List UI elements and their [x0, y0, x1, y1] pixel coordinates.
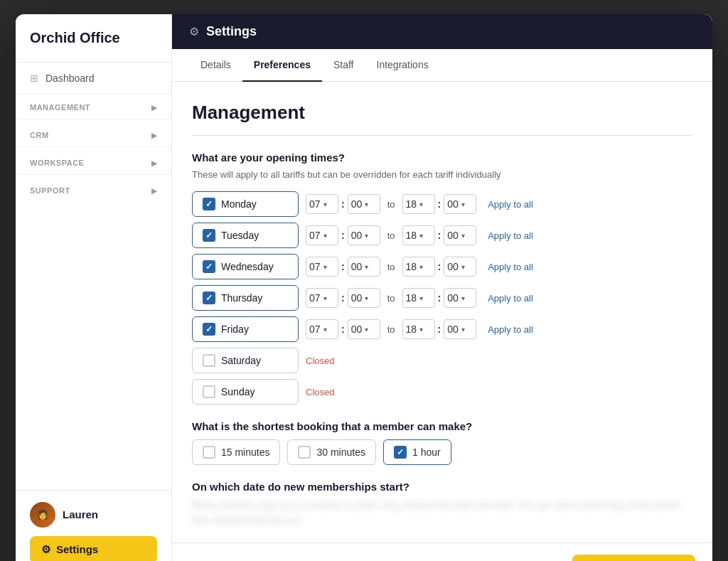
thursday-from-hour[interactable]: 07▾: [306, 288, 338, 308]
monday-to-min[interactable]: 00▾: [444, 194, 476, 214]
day-row-wednesday: Wednesday 07▾ : 00▾ to 18▾ : 00▾ Apply t…: [192, 254, 692, 279]
wednesday-checkbox[interactable]: [203, 260, 215, 273]
main-panel: ⚙ Settings Details Preferences Staff Int…: [172, 14, 712, 561]
tuesday-from-hour[interactable]: 07▾: [306, 225, 338, 245]
day-checkbox-friday[interactable]: Friday: [192, 316, 299, 342]
tuesday-to-hour[interactable]: 18▾: [402, 225, 435, 245]
tab-integrations[interactable]: Integrations: [365, 49, 440, 82]
friday-apply-all[interactable]: Apply to all: [488, 324, 533, 335]
opening-times-sublabel: These will apply to all tariffs but can …: [192, 169, 692, 180]
booking-option-1hour[interactable]: 1 hour: [383, 439, 451, 465]
tuesday-label: Tuesday: [221, 230, 259, 241]
username: Lauren: [63, 508, 98, 520]
monday-from-min[interactable]: 00▾: [348, 194, 380, 214]
day-checkbox-saturday[interactable]: Saturday: [192, 348, 299, 373]
support-arrow-icon: ▶: [151, 187, 158, 195]
monday-time-to: 18▾ : 00▾: [402, 194, 477, 214]
settings-button[interactable]: ⚙ Settings: [30, 536, 157, 561]
tuesday-checkbox[interactable]: [203, 229, 215, 242]
wednesday-apply-all[interactable]: Apply to all: [488, 262, 533, 272]
friday-to-hour[interactable]: 18▾: [402, 319, 435, 339]
chevron-down-icon: ▾: [365, 326, 368, 333]
tabs-bar: Details Preferences Staff Integrations: [172, 49, 712, 82]
save-changes-button[interactable]: Save Changes: [572, 555, 695, 561]
chevron-down-icon: ▾: [323, 326, 327, 333]
divider-1: [16, 119, 171, 119]
friday-to-min[interactable]: 00▾: [444, 319, 476, 339]
user-profile: 👩 Lauren: [30, 502, 157, 528]
day-checkbox-thursday[interactable]: Thursday: [192, 285, 299, 311]
wednesday-from-hour[interactable]: 07▾: [306, 257, 338, 277]
booking-option-30min[interactable]: 30 minutes: [287, 439, 375, 465]
sidebar-section-crm[interactable]: CRM ▶: [16, 122, 171, 144]
tuesday-apply-all[interactable]: Apply to all: [488, 230, 533, 241]
wednesday-to-min[interactable]: 00▾: [444, 257, 476, 277]
friday-time-to: 18▾ : 00▾: [402, 319, 477, 339]
thursday-to-hour[interactable]: 18▾: [402, 288, 435, 308]
tuesday-from-min[interactable]: 00▾: [348, 225, 380, 245]
crm-arrow-icon: ▶: [151, 132, 158, 139]
monday-checkbox[interactable]: [203, 198, 215, 210]
tuesday-to-label: to: [387, 230, 395, 241]
sidebar-section-workspace[interactable]: WORKSPACE ▶: [16, 150, 171, 171]
monday-to-label: to: [387, 199, 395, 210]
monday-to-hour[interactable]: 18▾: [402, 194, 435, 214]
monday-from-hour[interactable]: 07▾: [306, 194, 338, 214]
chevron-down-icon: ▾: [323, 294, 327, 302]
wednesday-time-from: 07▾ : 00▾: [306, 257, 380, 277]
30min-checkbox[interactable]: [298, 446, 311, 459]
saturday-checkbox[interactable]: [203, 354, 215, 367]
thursday-to-min[interactable]: 00▾: [444, 288, 476, 308]
app-name: Orchid Office: [30, 30, 120, 46]
friday-to-label: to: [387, 324, 395, 335]
booking-option-15min[interactable]: 15 minutes: [192, 439, 280, 465]
sidebar-section-support[interactable]: SUPPORT ▶: [16, 178, 171, 199]
membership-start-question: On which date do new memberships start?: [192, 481, 692, 493]
chevron-down-icon: ▾: [323, 263, 327, 271]
day-checkbox-monday[interactable]: Monday: [192, 191, 299, 217]
monday-apply-all[interactable]: Apply to all: [488, 199, 533, 210]
shortest-booking-question: What is the shortest booking that a memb…: [192, 420, 692, 432]
day-checkbox-sunday[interactable]: Sunday: [192, 379, 299, 405]
friday-checkbox[interactable]: [203, 323, 215, 336]
day-row-tuesday: Tuesday 07▾ : 00▾ to 18▾ : 00▾ Apply to …: [192, 223, 692, 248]
grid-icon: ⊞: [30, 73, 38, 84]
divider-3: [16, 174, 171, 175]
day-checkbox-wednesday[interactable]: Wednesday: [192, 254, 299, 279]
thursday-apply-all[interactable]: Apply to all: [488, 293, 533, 304]
thursday-from-min[interactable]: 00▾: [348, 288, 380, 308]
thursday-to-label: to: [387, 293, 395, 304]
tab-preferences[interactable]: Preferences: [242, 49, 322, 82]
chevron-down-icon: ▾: [461, 263, 465, 271]
saturday-closed: Closed: [306, 356, 334, 366]
sidebar-logo: Orchid Office: [16, 14, 171, 63]
tab-details[interactable]: Details: [189, 49, 242, 82]
dashboard-label: Dashboard: [46, 73, 95, 84]
15min-checkbox[interactable]: [203, 446, 215, 459]
friday-from-hour[interactable]: 07▾: [306, 319, 338, 339]
section-divider: [192, 135, 692, 136]
1hour-checkbox[interactable]: [394, 446, 407, 459]
tab-staff[interactable]: Staff: [322, 49, 365, 82]
wednesday-label: Wednesday: [221, 261, 274, 272]
friday-from-min[interactable]: 00▾: [348, 319, 380, 339]
chevron-down-icon: ▾: [461, 294, 465, 302]
day-checkbox-tuesday[interactable]: Tuesday: [192, 223, 299, 248]
workspace-arrow-icon: ▶: [151, 159, 158, 167]
sidebar-section-management[interactable]: MANAGEMENT ▶: [16, 95, 171, 116]
chevron-down-icon: ▾: [323, 201, 327, 208]
crm-label: CRM: [30, 131, 49, 139]
sunday-checkbox[interactable]: [203, 385, 215, 398]
sidebar-item-dashboard[interactable]: ⊞ Dashboard: [16, 63, 171, 95]
wednesday-from-min[interactable]: 00▾: [348, 257, 380, 277]
wednesday-to-hour[interactable]: 18▾: [402, 257, 435, 277]
support-label: SUPPORT: [30, 186, 70, 195]
thursday-checkbox[interactable]: [203, 292, 215, 304]
thursday-time-from: 07▾ : 00▾: [306, 288, 380, 308]
tuesday-to-min[interactable]: 00▾: [444, 225, 476, 245]
main-window: Orchid Office ⊞ Dashboard MANAGEMENT ▶ C…: [16, 14, 712, 561]
shortest-booking-section: What is the shortest booking that a memb…: [192, 420, 692, 465]
opening-times-question: What are your opening times?: [192, 151, 692, 164]
day-row-monday: Monday 07▾ : 00▾ to 18▾ : 00▾ Apply to a…: [192, 191, 692, 217]
sidebar: Orchid Office ⊞ Dashboard MANAGEMENT ▶ C…: [16, 14, 172, 561]
